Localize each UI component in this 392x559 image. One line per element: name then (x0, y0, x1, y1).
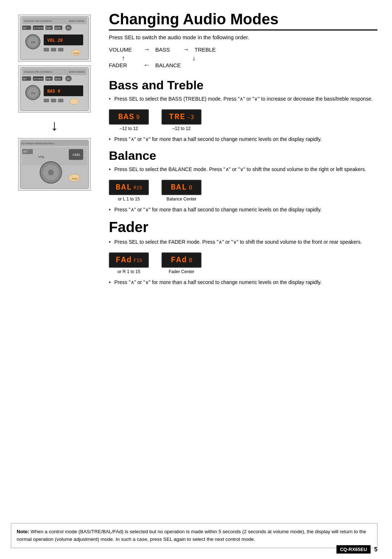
svg-text:BAND: BAND (46, 78, 51, 80)
changing-audio-modes-subtitle: Press SEL to switch the audio mode in th… (109, 34, 377, 40)
changing-audio-modes-title: Changing Audio Modes (109, 11, 377, 31)
fader-range1: or R 1 to 15 (118, 269, 140, 274)
svg-text:REPEAT RANDOM: REPEAT RANDOM (69, 20, 85, 22)
mode-volume: VOLUME (109, 46, 138, 53)
right-column: Changing Audio Modes Press SEL to switch… (98, 11, 377, 548)
svg-text:CD CHANGER CONTROL/DUAL PRE-O.: CD CHANGER CONTROL/DUAL PRE-O... (21, 143, 56, 145)
device-image-3: CD CHANGER CONTROL/DUAL PRE-O... ASEL AT… (18, 138, 91, 191)
device-image-1: VOL/DUAL PRE-OUTS/BS±4 REPEAT RANDOM DEF… (18, 15, 91, 62)
bass-treble-bullet2: Press "∧" or "∨" for more than a half se… (109, 135, 377, 143)
balance-range1: or L 1 to 15 (118, 197, 140, 202)
balance-range2: Balance Center (167, 197, 197, 202)
arrow2: → (183, 46, 189, 53)
svg-rect-21 (58, 48, 64, 52)
svg-rect-44 (51, 99, 56, 102)
fader-lcd1-text: FAd (115, 256, 132, 265)
svg-text:DEF: DEF (23, 27, 26, 29)
svg-point-58 (48, 170, 54, 175)
svg-text:VOL: VOL (31, 41, 36, 44)
balance-display2-group: BAL 0 Balance Center (162, 180, 201, 202)
svg-point-46 (70, 99, 79, 105)
svg-text:VOL: VOL (38, 155, 45, 159)
note-text: When a control mode (BAS/TRE/BAL/FAd) is… (17, 529, 366, 542)
bass-treble-bullet1: Press SEL to select the BASS (TREBLE) mo… (109, 95, 377, 103)
balance-value1: R15 (134, 185, 142, 190)
treble-value: -3 (187, 114, 194, 121)
fader-value1: F15 (134, 258, 142, 263)
svg-text:VOL/DUAL PRE-OUTS/BS±4: VOL/DUAL PRE-OUTS/BS±4 (24, 71, 52, 73)
svg-text:BAND: BAND (46, 27, 51, 29)
svg-rect-19 (44, 48, 49, 52)
svg-text:SEL: SEL (67, 27, 70, 29)
balance-lcd1: BAL R15 (109, 180, 149, 195)
fader-bullet1: Press SEL to select the FADER mode. Pres… (109, 238, 377, 246)
svg-rect-20 (51, 48, 56, 52)
svg-text:MODE: MODE (55, 27, 61, 29)
treble-display-group: TRE -3 –12 to 12 (162, 109, 201, 131)
svg-text:SEL: SEL (67, 78, 70, 80)
device-image-2: VOL/DUAL PRE-OUTS/BS±4 REPEAT RANDOM DEF… (18, 65, 91, 113)
page-number-area: CQ-RX65EU 5 (336, 545, 377, 554)
balance-lcd2: BAL 0 (162, 180, 201, 195)
bottom-note: Note: When a control mode (BAS/TRE/BAL/F… (11, 523, 377, 548)
fader-displays: FAd F15 or R 1 to 15 FAd 0 Fader Center (109, 252, 377, 274)
audio-modes-diagram: VOLUME → BASS → TREBLE ↑ ↓ (109, 46, 377, 69)
svg-text:REPEAT RANDOM: REPEAT RANDOM (69, 71, 85, 73)
page-number: 5 (374, 546, 377, 553)
bass-value: 9 (136, 114, 140, 121)
arrow-down-icon: ↓ (192, 55, 196, 61)
treble-lcd-text: TRE (169, 113, 186, 122)
fader-lcd2-text: FAd (171, 256, 187, 265)
fader-bullet2: Press "∧" or "∨" for more than a half se… (109, 279, 377, 286)
note-label: Note: (17, 529, 29, 534)
left-column: VOL/DUAL PRE-OUTS/BS±4 REPEAT RANDOM DEF… (11, 11, 98, 548)
fader-lcd1: FAd F15 (109, 252, 149, 268)
fader-display2-group: FAd 0 Fader Center (162, 252, 201, 274)
mode-fader: FADER (109, 62, 138, 68)
fader-title: Fader (109, 219, 377, 235)
treble-lcd: TRE -3 (162, 109, 201, 125)
svg-text:VOL/DUAL PRE-OUTS/BS±4: VOL/DUAL PRE-OUTS/BS±4 (24, 20, 52, 22)
svg-rect-43 (44, 99, 49, 102)
fader-range2: Fader Center (169, 269, 195, 274)
bass-lcd-text: BAS (118, 113, 135, 122)
balance-lcd2-text: BAL (171, 183, 187, 192)
balance-bullet2: Press "∧" or "∨" for more than a half se… (109, 206, 377, 214)
fader-display1-group: FAd F15 or R 1 to 15 (109, 252, 149, 274)
arrow3: ← (143, 61, 150, 69)
svg-rect-45 (58, 99, 64, 102)
svg-text:ASEL: ASEL (73, 153, 81, 157)
fader-lcd2: FAd 0 (162, 252, 201, 268)
svg-text:NO PRESET: NO PRESET (34, 78, 44, 80)
balance-value2: 0 (189, 184, 192, 191)
svg-text:DEF: DEF (23, 78, 26, 80)
down-arrow-icon: ↓ (51, 118, 58, 133)
svg-text:hand: hand (73, 52, 79, 54)
balance-display1-group: BAL R15 or L 1 to 15 (109, 180, 149, 202)
fader-value2: 0 (189, 257, 192, 264)
svg-text:VOL: VOL (31, 92, 36, 94)
balance-title: Balance (109, 149, 377, 163)
svg-text:MODE: MODE (55, 78, 61, 80)
bass-treble-title: Bass and Treble (109, 78, 377, 92)
arrow1: → (143, 46, 150, 53)
balance-lcd1-text: BAL (115, 183, 132, 192)
mode-bass: BASS (155, 46, 177, 53)
bass-lcd: BAS 9 (109, 109, 149, 125)
svg-text:NO PRESET: NO PRESET (34, 27, 44, 29)
svg-text:VOL 20: VOL 20 (47, 38, 63, 43)
balance-bullet1: Press SEL to select the BALANCE mode. Pr… (109, 166, 377, 173)
bass-range: –12 to 12 (120, 126, 138, 131)
mode-balance: BALANCE (155, 62, 181, 68)
mode-treble: TREBLE (195, 46, 216, 53)
svg-text:finger: finger (72, 177, 78, 180)
balance-displays: BAL R15 or L 1 to 15 BAL 0 Balance Cente… (109, 180, 377, 202)
treble-range: –12 to 12 (172, 126, 191, 131)
model-badge: CQ-RX65EU (336, 545, 371, 554)
bass-treble-displays: BAS 9 –12 to 12 TRE -3 –12 to 12 (109, 109, 377, 131)
svg-text:BAS  9: BAS 9 (47, 89, 60, 94)
svg-text:ATT: ATT (23, 150, 28, 153)
bass-display-group: BAS 9 –12 to 12 (109, 109, 149, 131)
arrow-up-icon: ↑ (122, 55, 125, 61)
